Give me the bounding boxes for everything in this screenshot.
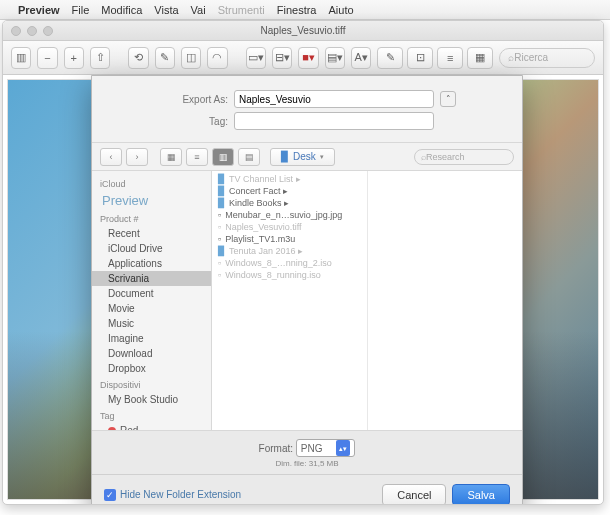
system-menubar: Preview File Modifica Vista Vai Strument… xyxy=(0,0,610,20)
font-button[interactable]: A▾ xyxy=(351,47,371,69)
sidebar-item[interactable]: Music xyxy=(92,316,211,331)
adjust-button[interactable]: ≡ xyxy=(437,47,463,69)
lasso-button[interactable]: ◠ xyxy=(207,47,227,69)
file-icon: ▫ xyxy=(218,210,221,220)
folder-icon: ▉ xyxy=(218,174,225,184)
sidebar-item[interactable]: Recent xyxy=(92,226,211,241)
view-column-button[interactable]: ▥ xyxy=(212,148,234,166)
crop-button[interactable]: ⊡ xyxy=(407,47,433,69)
sidebar-item[interactable]: iCloud Drive xyxy=(92,241,211,256)
sidebar-section-header: iCloud xyxy=(92,175,211,191)
filesize-value: 31,5 MB xyxy=(309,459,339,468)
text-button[interactable]: ⊟▾ xyxy=(272,47,292,69)
nav-forward-button[interactable]: › xyxy=(126,148,148,166)
file-item[interactable]: ▫Naples_Vesuvio.tiff xyxy=(212,221,367,233)
file-item[interactable]: ▫Windows_8_…nning_2.iso xyxy=(212,257,367,269)
file-item[interactable]: ▉Concert Fact ▸ xyxy=(212,185,367,197)
sidebar-section-header: Product # xyxy=(92,210,211,226)
tag-label: Tag: xyxy=(158,116,228,127)
sidebar-item[interactable]: Movie xyxy=(92,301,211,316)
sidebar-item[interactable]: Document xyxy=(92,286,211,301)
file-icon: ▫ xyxy=(218,258,221,268)
menu-edit[interactable]: Modifica xyxy=(101,4,142,16)
export-as-label: Export As: xyxy=(158,94,228,105)
format-label: Format: xyxy=(259,443,293,454)
path-dropdown[interactable]: ▉Desk ▾ xyxy=(270,148,335,166)
preview-column xyxy=(368,171,523,430)
sidebar-item[interactable]: Download xyxy=(92,346,211,361)
sidebar-item[interactable]: My Book Studio xyxy=(92,392,211,407)
window-titlebar: Naples_Vesuvio.tiff xyxy=(3,21,603,41)
view-gallery-button[interactable]: ▤ xyxy=(238,148,260,166)
menu-file[interactable]: File xyxy=(72,4,90,16)
sidebar-section-header: Tag xyxy=(92,407,211,423)
file-item[interactable]: ▉Tenuta Jan 2016 ▸ xyxy=(212,245,367,257)
sidebar-item[interactable]: Dropbox xyxy=(92,361,211,376)
view-icon-button[interactable]: ▦ xyxy=(160,148,182,166)
fill-button[interactable]: ▤▾ xyxy=(325,47,345,69)
file-icon: ▫ xyxy=(218,270,221,280)
view-list-button[interactable]: ≡ xyxy=(186,148,208,166)
dialog-search-input[interactable]: ⌕ Research xyxy=(414,149,514,165)
menu-help[interactable]: Aiuto xyxy=(328,4,353,16)
edit-button[interactable]: ✎ xyxy=(377,47,403,69)
filesize-label: Dim. file: xyxy=(275,459,306,468)
zoom-window-button[interactable] xyxy=(43,26,53,36)
stepper-icon: ▴▾ xyxy=(336,440,350,456)
window-title: Naples_Vesuvio.tiff xyxy=(261,25,346,36)
sidebar-item[interactable]: Scrivania xyxy=(92,271,211,286)
file-item[interactable]: ▫Menubar_e_n…suvio_jpg.jpg xyxy=(212,209,367,221)
export-as-input[interactable] xyxy=(234,90,434,108)
preview-window: Naples_Vesuvio.tiff ▥ − + ⇧ ⟲ ✎ ◫ ◠ ▭▾ ⊟… xyxy=(2,20,604,505)
dialog-sidebar: iCloudPreviewProduct #RecentiCloud Drive… xyxy=(92,171,212,430)
menu-tools[interactable]: Strumenti xyxy=(218,4,265,16)
minimize-window-button[interactable] xyxy=(27,26,37,36)
markup-button[interactable]: ✎ xyxy=(155,47,175,69)
inspector-button[interactable]: ▦ xyxy=(467,47,493,69)
file-item[interactable]: ▫Playlist_TV1.m3u xyxy=(212,233,367,245)
sidebar-section-header: Dispositivi xyxy=(92,376,211,392)
zoom-out-button[interactable]: − xyxy=(37,47,57,69)
folder-icon: ▉ xyxy=(218,246,225,256)
sidebar-item[interactable]: Imagine xyxy=(92,331,211,346)
file-icon: ▫ xyxy=(218,234,221,244)
folder-icon: ▉ xyxy=(218,186,225,196)
sidebar-toggle-button[interactable]: ▥ xyxy=(11,47,31,69)
file-item[interactable]: ▉Kindle Books ▸ xyxy=(212,197,367,209)
shapes-button[interactable]: ▭▾ xyxy=(246,47,266,69)
file-column[interactable]: ▉TV Channel List ▸▉Concert Fact ▸▉Kindle… xyxy=(212,171,368,430)
folder-icon: ▉ xyxy=(218,198,225,208)
tag-input[interactable] xyxy=(234,112,434,130)
sidebar-item[interactable]: Preview xyxy=(92,191,211,210)
collapse-dialog-button[interactable]: ˄ xyxy=(440,91,456,107)
format-select[interactable]: PNG ▴▾ xyxy=(296,439,356,457)
select-button[interactable]: ◫ xyxy=(181,47,201,69)
cancel-button[interactable]: Cancel xyxy=(382,484,446,506)
menu-window[interactable]: Finestra xyxy=(277,4,317,16)
app-menu[interactable]: Preview xyxy=(18,4,60,16)
sidebar-item[interactable]: Applications xyxy=(92,256,211,271)
file-icon: ▫ xyxy=(218,222,221,232)
menu-view[interactable]: Vista xyxy=(154,4,178,16)
format-section: Format: PNG ▴▾ Dim. file: 31,5 MB xyxy=(92,430,522,474)
share-button[interactable]: ⇧ xyxy=(90,47,110,69)
sidebar-item[interactable]: Red xyxy=(92,423,211,430)
file-item[interactable]: ▫Windows_8_running.iso xyxy=(212,269,367,281)
menu-go[interactable]: Vai xyxy=(191,4,206,16)
checkbox-icon: ✓ xyxy=(104,489,116,501)
rotate-button[interactable]: ⟲ xyxy=(128,47,148,69)
hide-extension-checkbox[interactable]: ✓ Hide New Folder Extension xyxy=(104,489,241,501)
color-button[interactable]: ■▾ xyxy=(298,47,318,69)
toolbar-search-input[interactable]: ⌕ Ricerca xyxy=(499,48,595,68)
file-item[interactable]: ▉TV Channel List ▸ xyxy=(212,173,367,185)
nav-back-button[interactable]: ‹ xyxy=(100,148,122,166)
save-button[interactable]: Salva xyxy=(452,484,510,506)
dialog-nav-bar: ‹ › ▦ ≡ ▥ ▤ ▉Desk ▾ ⌕ Research xyxy=(92,143,522,171)
zoom-in-button[interactable]: + xyxy=(64,47,84,69)
export-dialog: Export As: ˄ Tag: ‹ › ▦ ≡ ▥ ▤ ▉Desk ▾ xyxy=(91,75,523,505)
app-toolbar: ▥ − + ⇧ ⟲ ✎ ◫ ◠ ▭▾ ⊟▾ ■▾ ▤▾ A▾ ✎ ⊡ ≡ ▦ ⌕… xyxy=(3,41,603,75)
close-window-button[interactable] xyxy=(11,26,21,36)
